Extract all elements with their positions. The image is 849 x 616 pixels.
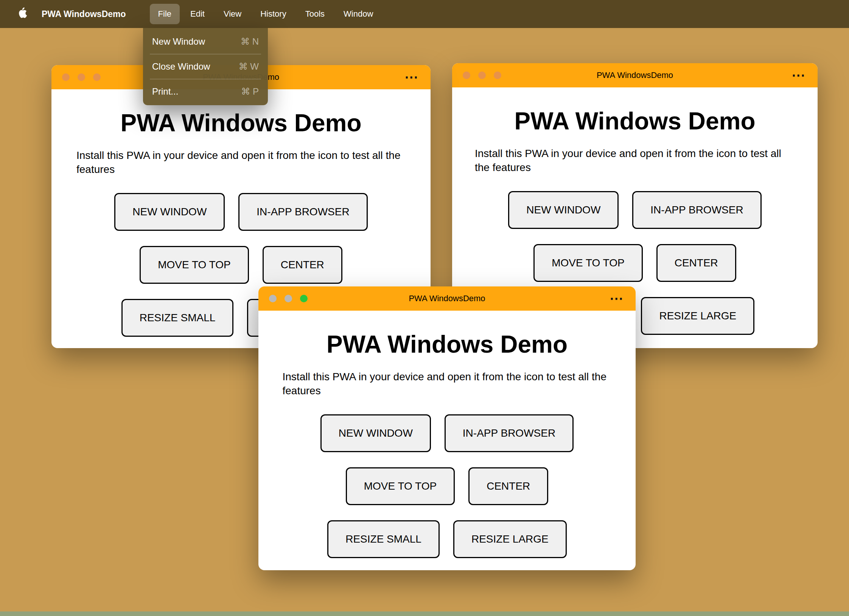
menu-item-shortcut: ⌘ P	[241, 86, 259, 97]
button-row: MOVE TO TOP CENTER	[281, 467, 613, 505]
menubar-item-window[interactable]: Window	[335, 4, 381, 24]
new-window-button[interactable]: NEW WINDOW	[320, 414, 431, 452]
center-button[interactable]: CENTER	[656, 244, 736, 282]
menubar-item-view[interactable]: View	[215, 4, 250, 24]
menu-item-close-window[interactable]: Close Window ⌘ W	[143, 55, 268, 78]
new-window-button[interactable]: NEW WINDOW	[508, 191, 619, 229]
center-button[interactable]: CENTER	[468, 467, 548, 505]
move-to-top-button[interactable]: MOVE TO TOP	[140, 246, 249, 284]
button-row: MOVE TO TOP CENTER	[74, 246, 408, 284]
menubar-item-tools[interactable]: Tools	[297, 4, 333, 24]
description-text: Install this PWA in your device and open…	[475, 146, 795, 174]
button-row: NEW WINDOW IN-APP BROWSER	[475, 191, 795, 229]
page-title: PWA Windows Demo	[281, 330, 613, 358]
resize-large-button[interactable]: RESIZE LARGE	[453, 520, 567, 558]
zoom-button[interactable]	[494, 72, 501, 79]
traffic-lights	[269, 295, 308, 302]
menubar-item-edit[interactable]: Edit	[182, 4, 213, 24]
resize-large-button[interactable]: RESIZE LARGE	[641, 297, 754, 335]
window-title: PWA WindowsDemo	[258, 294, 636, 303]
window-content: PWA Windows Demo Install this PWA in you…	[258, 311, 636, 558]
menu-bar: PWA WindowsDemo File Edit View History T…	[0, 0, 849, 28]
apple-menu[interactable]	[17, 6, 30, 22]
window-title: PWA WindowsDemo	[452, 70, 818, 80]
description-text: Install this PWA in your device and open…	[76, 148, 406, 176]
file-dropdown-menu: New Window ⌘ N Close Window ⌘ W Print...…	[143, 28, 268, 105]
minimize-button[interactable]	[478, 72, 486, 79]
move-to-top-button[interactable]: MOVE TO TOP	[346, 467, 455, 505]
traffic-lights	[463, 72, 501, 79]
traffic-lights	[62, 73, 101, 81]
page-title: PWA Windows Demo	[74, 109, 408, 137]
apple-icon	[17, 6, 28, 22]
zoom-button[interactable]	[93, 73, 101, 81]
more-menu-icon[interactable]: ⋯	[610, 286, 624, 311]
menu-item-label: Print...	[152, 86, 178, 97]
menu-separator	[150, 54, 261, 54]
more-menu-icon[interactable]: ⋯	[404, 65, 419, 89]
minimize-button[interactable]	[78, 73, 85, 81]
new-window-button[interactable]: NEW WINDOW	[114, 193, 225, 231]
menubar-item-history[interactable]: History	[252, 4, 294, 24]
move-to-top-button[interactable]: MOVE TO TOP	[533, 244, 642, 282]
resize-small-button[interactable]: RESIZE SMALL	[121, 299, 234, 337]
zoom-button[interactable]	[300, 295, 308, 302]
center-button[interactable]: CENTER	[263, 246, 342, 284]
menu-item-shortcut: ⌘ W	[239, 61, 259, 72]
button-row: RESIZE SMALL RESIZE LARGE	[281, 520, 613, 558]
menu-item-new-window[interactable]: New Window ⌘ N	[143, 30, 268, 53]
menu-separator	[150, 79, 261, 79]
button-row: NEW WINDOW IN-APP BROWSER	[74, 193, 408, 231]
close-button[interactable]	[62, 73, 70, 81]
menubar-item-file[interactable]: File	[150, 4, 180, 24]
minimize-button[interactable]	[285, 295, 292, 302]
close-button[interactable]	[463, 72, 470, 79]
menubar-app-name: PWA WindowsDemo	[42, 9, 126, 19]
resize-small-button[interactable]: RESIZE SMALL	[327, 520, 440, 558]
window-titlebar[interactable]: PWA WindowsDemo ⋯	[258, 286, 636, 311]
button-row: MOVE TO TOP CENTER	[475, 244, 795, 282]
menu-item-label: Close Window	[152, 61, 210, 72]
more-menu-icon[interactable]: ⋯	[791, 63, 806, 87]
pwa-window-front: PWA WindowsDemo ⋯ PWA Windows Demo Insta…	[258, 286, 636, 570]
description-text: Install this PWA in your device and open…	[283, 370, 612, 398]
screen-bottom-edge	[0, 611, 849, 616]
in-app-browser-button[interactable]: IN-APP BROWSER	[632, 191, 761, 229]
close-button[interactable]	[269, 295, 277, 302]
in-app-browser-button[interactable]: IN-APP BROWSER	[238, 193, 367, 231]
menu-item-label: New Window	[152, 36, 205, 47]
button-row: NEW WINDOW IN-APP BROWSER	[281, 414, 613, 452]
in-app-browser-button[interactable]: IN-APP BROWSER	[445, 414, 574, 452]
menu-item-shortcut: ⌘ N	[241, 36, 259, 47]
page-title: PWA Windows Demo	[475, 107, 795, 135]
window-titlebar[interactable]: PWA WindowsDemo ⋯	[452, 63, 818, 87]
menu-item-print[interactable]: Print... ⌘ P	[143, 80, 268, 103]
